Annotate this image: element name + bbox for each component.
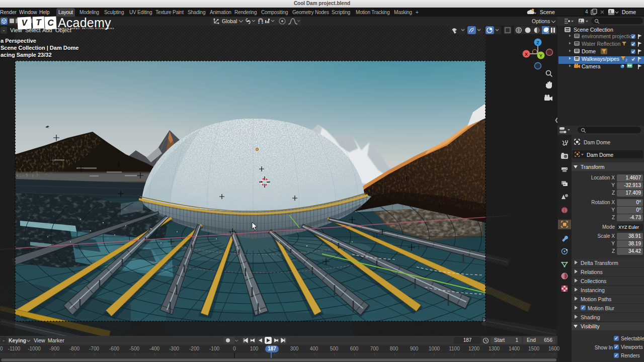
svg-text:2: 2	[625, 58, 627, 62]
svg-text:Camera: Camera	[582, 63, 601, 69]
svg-text:Water Reflection: Water Reflection	[582, 41, 620, 47]
svg-text:environment projection: environment projection	[582, 33, 635, 39]
svg-text:Dam Dome: Dam Dome	[587, 152, 613, 158]
svg-text:X: X	[525, 52, 528, 57]
svg-text:Dam Dome: Dam Dome	[584, 139, 610, 145]
svg-text:Y: Y	[539, 53, 542, 58]
svg-text:Scene Collection: Scene Collection	[574, 27, 613, 33]
svg-text:Dome: Dome	[582, 48, 596, 54]
svg-text:Z: Z	[536, 40, 539, 45]
svg-text:Walkways/pipes: Walkways/pipes	[582, 56, 619, 62]
